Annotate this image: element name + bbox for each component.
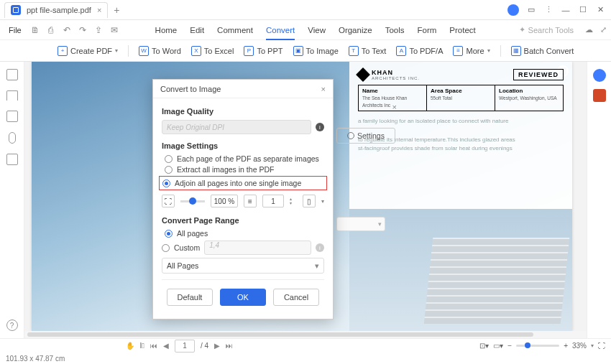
next-page-icon[interactable]: ▶ xyxy=(214,342,220,350)
cancel-button[interactable]: Cancel xyxy=(273,289,319,306)
redo-icon[interactable]: ↷ xyxy=(76,25,89,35)
pages-icon[interactable] xyxy=(6,154,18,165)
range-info-icon[interactable]: i xyxy=(316,243,324,252)
brand-name: KHAN xyxy=(372,69,420,76)
gear-icon xyxy=(347,132,354,139)
zoom-in-icon[interactable]: + xyxy=(564,342,568,350)
search-tools[interactable]: ✦ Search Tools xyxy=(519,25,574,34)
zoom-track[interactable] xyxy=(516,345,559,347)
hand-tool-icon[interactable]: ✋ xyxy=(126,342,134,350)
brand-logo-icon xyxy=(356,67,370,82)
left-sidebar: ? xyxy=(0,62,24,338)
zoom-out-icon[interactable]: − xyxy=(507,342,512,350)
menu-home[interactable]: Home xyxy=(155,26,178,34)
menubar: File 🗎 ⎙ ↶ ↷ ⇪ ✉ Home Edit Comment Conve… xyxy=(0,20,611,40)
dialog-close-icon[interactable]: × xyxy=(321,85,326,93)
dpi-input[interactable]: Keep Original DPI xyxy=(162,120,311,134)
share-icon[interactable]: ⇪ xyxy=(92,25,105,35)
option-each-page[interactable]: Each page of the PDF as separate images xyxy=(165,154,324,163)
ai-tool-icon[interactable] xyxy=(593,69,606,82)
attachment-icon[interactable] xyxy=(9,132,16,144)
menu-organize[interactable]: Organize xyxy=(339,26,372,34)
custom-range-input[interactable]: 1,4 xyxy=(204,241,311,255)
new-tab-button[interactable]: + xyxy=(114,4,119,16)
save-icon[interactable]: 🗎 xyxy=(29,25,42,35)
first-page-icon[interactable]: ⏮ xyxy=(150,342,157,350)
menu-edit[interactable]: Edit xyxy=(190,26,204,34)
brand-subtitle: ARCHITECTS INC. xyxy=(372,76,420,80)
zoom-percent: 33% xyxy=(572,342,587,350)
option-all-pages[interactable]: All pages xyxy=(165,229,324,238)
option-custom-range[interactable]: Custom xyxy=(162,243,200,252)
word-tool-icon[interactable] xyxy=(593,89,606,102)
user-avatar-icon[interactable] xyxy=(507,4,519,16)
section-page-range: Convert Page Range xyxy=(162,216,324,225)
thumbnails-icon[interactable] xyxy=(6,69,18,80)
page-number-input[interactable]: 1 xyxy=(175,340,195,353)
align-icon[interactable]: ≡ xyxy=(244,195,257,207)
menu-convert[interactable]: Convert xyxy=(266,26,295,40)
section-image-quality: Image Quality xyxy=(162,107,324,116)
sub-dialog-close-icon[interactable]: × xyxy=(392,103,397,111)
tab-close-icon[interactable]: × xyxy=(97,6,101,14)
minimize-button[interactable]: — xyxy=(561,5,571,15)
kebab-icon[interactable]: ⋮ xyxy=(543,5,553,15)
to-pdfa-button[interactable]: ATo PDF/A xyxy=(396,46,443,56)
page-stepper[interactable]: 1 xyxy=(262,195,284,207)
tab-label: ppt file-sample.pdf xyxy=(27,6,91,14)
to-text-button[interactable]: TTo Text xyxy=(349,46,387,56)
to-word-button[interactable]: WTo Word xyxy=(139,46,181,56)
cloud-icon[interactable]: ☁ xyxy=(585,25,593,34)
to-ppt-button[interactable]: PTo PPT xyxy=(244,46,282,56)
batch-convert-button[interactable]: ▦Batch Convert xyxy=(511,46,574,56)
sub-dropdown[interactable]: ▾ xyxy=(336,217,385,231)
select-tool-icon[interactable]: I⃒ xyxy=(140,342,144,350)
horizontal-scrollbar[interactable] xyxy=(24,331,587,338)
to-image-button[interactable]: ▣To Image xyxy=(293,46,339,56)
page-total: / 4 xyxy=(201,342,208,350)
ok-button[interactable]: OK xyxy=(220,289,266,306)
menu-comment[interactable]: Comment xyxy=(217,26,253,34)
settings-button[interactable]: Settings xyxy=(336,128,395,144)
zoom-value[interactable]: 100 % xyxy=(211,195,238,207)
undo-icon[interactable]: ↶ xyxy=(60,25,73,35)
maximize-button[interactable]: ☐ xyxy=(578,5,588,15)
zoom-slider[interactable] xyxy=(180,200,205,202)
last-page-icon[interactable]: ⏭ xyxy=(226,342,233,350)
app-logo-icon xyxy=(11,5,21,15)
print-icon[interactable]: ⎙ xyxy=(45,25,58,35)
pages-combo[interactable]: All Pages▾ xyxy=(162,258,324,274)
create-pdf-button[interactable]: +Create PDF▾ xyxy=(58,46,118,56)
dimensions-readout: 101.93 x 47.87 cm xyxy=(0,353,611,364)
read-mode-icon[interactable]: ▭▾ xyxy=(493,342,503,350)
file-menu[interactable]: File xyxy=(4,26,26,34)
orientation-icon[interactable]: ▯ xyxy=(303,195,316,207)
doc-para-1: a family looking for an isolated place t… xyxy=(358,117,564,126)
menu-form[interactable]: Form xyxy=(417,26,436,34)
app-menu-icon[interactable]: ▭ xyxy=(526,5,536,15)
to-excel-button[interactable]: XTo Excel xyxy=(191,46,234,56)
convert-toolbar: +Create PDF▾ WTo Word XTo Excel PTo PPT … xyxy=(0,40,611,62)
document-tab[interactable]: ppt file-sample.pdf × xyxy=(4,2,108,18)
info-icon[interactable]: i xyxy=(316,123,324,131)
default-button[interactable]: Default xyxy=(167,289,213,306)
fit-width-icon[interactable]: ⊡▾ xyxy=(479,342,489,350)
menu-protect[interactable]: Protect xyxy=(449,26,475,34)
fullscreen-icon[interactable]: ⛶ xyxy=(598,342,605,350)
menu-view[interactable]: View xyxy=(308,26,326,34)
statusbar: ✋ I⃒ ⏮ ◀ 1 / 4 ▶ ⏭ ⊡▾ ▭▾ − + 33%▾ ⛶ xyxy=(0,338,611,353)
close-window-button[interactable]: ✕ xyxy=(595,5,605,15)
option-adjoin-pages[interactable]: Adjoin all pages into one single image xyxy=(162,179,323,187)
mail-icon[interactable]: ✉ xyxy=(108,25,121,35)
help-icon[interactable]: ? xyxy=(6,319,18,331)
bookmark-icon[interactable] xyxy=(6,90,18,101)
expand-icon[interactable]: ⤢ xyxy=(600,25,607,34)
right-sidebar xyxy=(587,62,611,338)
prev-page-icon[interactable]: ◀ xyxy=(163,342,169,350)
menu-tools[interactable]: Tools xyxy=(385,26,405,34)
dialog-title: Convert to Image xyxy=(160,85,221,93)
option-extract-images[interactable]: Extract all images in the PDF xyxy=(165,165,324,174)
crop-icon[interactable]: ⛶ xyxy=(162,195,175,207)
more-button[interactable]: ≡More▾ xyxy=(453,46,490,56)
layers-icon[interactable] xyxy=(6,111,18,122)
